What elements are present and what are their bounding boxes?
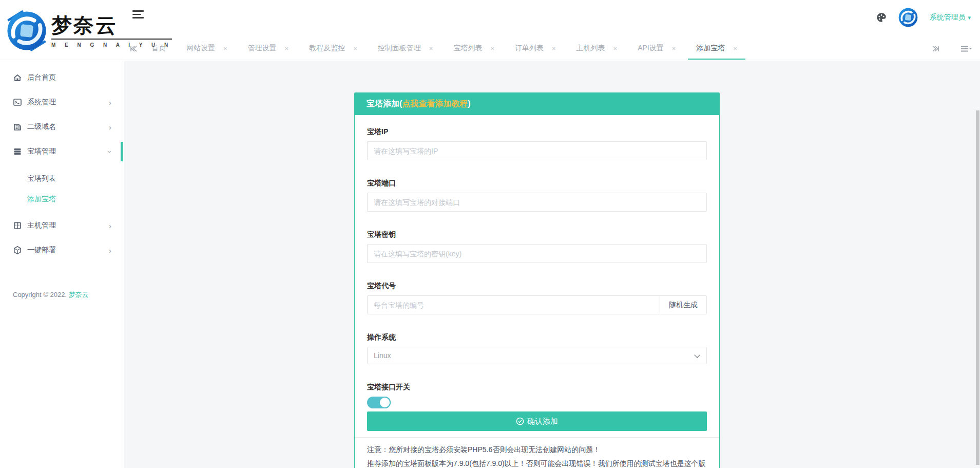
form-group: 宝塔代号随机生成 [367,282,707,314]
form-group: 操作系统Linux [367,333,707,364]
text-input[interactable] [368,296,660,314]
theme-palette-icon[interactable] [876,12,887,23]
toggle-knob [379,397,391,408]
tab-item[interactable]: 主机列表× [568,38,626,60]
note-line: 注意：您所对接的宝塔必须安装PHP5.6否则会出现无法创建网站的问题！ [367,443,707,457]
active-item-indicator [121,142,123,161]
sidebar-item[interactable]: 一键部署› [0,238,123,263]
sidebar-item-label: 宝塔管理 [27,147,56,156]
tab-close-icon[interactable]: × [733,45,737,52]
tab-close-icon[interactable]: × [613,45,618,52]
text-input[interactable] [368,142,706,160]
tabs-scroll-right-icon[interactable] [926,46,945,52]
add-bt-panel: 宝塔添加(点我查看添加教程) 宝塔IP宝塔端口宝塔密钥宝塔代号随机生成操作系统L… [354,92,720,468]
top-bar: 梦奈云 M E N G N A I Y U N 系统管理员 [0,0,980,60]
brand-name: 梦奈云 [51,14,172,36]
input-group: 随机生成 [367,295,707,314]
deploy-icon [13,246,22,255]
tab-close-icon[interactable]: × [285,45,289,52]
panel-title: 宝塔添加(点我查看添加教程) [354,92,720,115]
copyright-brand-link[interactable]: 梦奈云 [69,291,89,298]
tab-item[interactable]: 订单列表× [507,38,564,60]
tab-list: 首页网站设置×管理设置×教程及监控×控制面板管理×宝塔列表×订单列表×主机列表×… [143,38,750,60]
tab-item[interactable]: 首页 [143,38,174,60]
field-label: 宝塔密钥 [367,230,707,239]
sidebar-subitem[interactable]: 宝塔列表 [0,168,123,189]
tab-item[interactable]: API设置× [629,38,684,60]
form-fields: 宝塔IP宝塔端口宝塔密钥宝塔代号随机生成操作系统Linux宝塔接口开关 [367,127,707,408]
tab-close-icon[interactable]: × [429,45,433,52]
tab-strip: 首页网站设置×管理设置×教程及监控×控制面板管理×宝塔列表×订单列表×主机列表×… [124,38,980,60]
confirm-add-label: 确认添加 [527,417,558,426]
tabs-menu-icon[interactable] [956,46,976,52]
tab-item[interactable]: 管理设置× [240,38,297,60]
tab-close-icon[interactable]: × [490,45,494,52]
main-content: 宝塔添加(点我查看添加教程) 宝塔IP宝塔端口宝塔密钥宝塔代号随机生成操作系统L… [124,61,980,468]
text-input[interactable] [368,245,706,263]
user-menu[interactable]: 系统管理员 ▾ [929,13,971,22]
sidebar-item-label: 系统管理 [27,98,56,107]
chevron-right-icon: › [109,123,111,131]
copyright: Copyright © 2022. 梦奈云 [13,290,89,299]
tab-label: 添加宝塔 [696,44,725,53]
tab-label: 订单列表 [515,44,544,53]
sidebar-item[interactable]: 二级域名› [0,115,123,139]
tab-item[interactable]: 教程及监控× [301,38,366,60]
home-icon [13,73,22,82]
form-group: 宝塔IP [367,127,707,160]
random-generate-button[interactable]: 随机生成 [660,296,706,314]
os-select[interactable]: Linux [368,347,706,364]
chevron-right-icon: › [109,99,111,106]
tab-close-icon[interactable]: × [672,45,676,52]
form-group: 宝塔接口开关 [367,383,707,408]
sidebar-item[interactable]: 宝塔管理› [0,139,123,164]
panel-body: 宝塔IP宝塔端口宝塔密钥宝塔代号随机生成操作系统Linux宝塔接口开关 确认添加… [354,115,720,468]
tab-strip-right [926,38,976,60]
tab-label: 控制面板管理 [378,44,421,53]
panel-title-close-paren: ) [468,99,470,108]
tab-item[interactable]: 宝塔列表× [445,38,503,60]
tab-close-icon[interactable]: × [353,45,357,52]
user-avatar[interactable] [897,7,919,28]
sidebar-item-label: 二级域名 [27,122,56,132]
vertical-scrollbar-thumb[interactable] [976,110,979,465]
panel-title-text: 宝塔添加( [367,99,402,108]
host-icon [13,221,22,230]
tab-close-icon[interactable]: × [223,45,227,52]
tab-item[interactable]: 网站设置× [178,38,236,60]
caret-down-icon: ▾ [968,14,971,21]
tab-close-icon[interactable]: × [552,45,556,52]
api-toggle-switch[interactable] [367,397,391,408]
text-input[interactable] [368,193,706,211]
server-icon [13,147,22,156]
field-label: 操作系统 [367,333,707,342]
tab-label: API设置 [638,44,664,53]
sidebar-collapse-icon[interactable] [132,10,144,19]
panel-notes: 注意：您所对接的宝塔必须安装PHP5.6否则会出现无法创建网站的问题！ 推荐添加… [355,437,719,468]
sidebar-item[interactable]: 后台首页 [0,65,123,90]
tab-item[interactable]: 控制面板管理× [370,38,441,60]
sidebar-item[interactable]: 主机管理› [0,213,123,238]
input-group [367,244,707,263]
check-circle-icon [516,417,524,425]
tab-label: 宝塔列表 [453,44,482,53]
header-actions: 系统管理员 ▾ [876,6,971,29]
tutorial-link[interactable]: 点我查看添加教程 [402,99,468,108]
note-line: 推荐添加的宝塔面板版本为7.9.0(包括7.9.0)以上！否则可能会出现错误！我… [367,457,707,468]
tab-item[interactable]: 添加宝塔× [688,38,745,60]
copyright-text: Copyright © 2022. [13,291,67,298]
input-group [367,193,707,212]
sidebar-item[interactable]: 系统管理› [0,90,123,115]
avatar-logo-icon [897,7,919,28]
sidebar-submenu: 宝塔列表添加宝塔 [0,164,123,213]
field-label: 宝塔端口 [367,179,707,188]
confirm-add-button[interactable]: 确认添加 [367,411,707,431]
sidebar-subitem[interactable]: 添加宝塔 [0,189,123,209]
select-wrapper: Linux [367,347,707,364]
terminal-icon [13,98,22,107]
app-window: 梦奈云 M E N G N A I Y U N 系统管理员 [0,0,980,468]
tabs-scroll-left-icon[interactable] [124,38,143,60]
field-label: 宝塔接口开关 [367,383,707,392]
tab-label: 教程及监控 [309,44,345,53]
form-group: 宝塔密钥 [367,230,707,263]
